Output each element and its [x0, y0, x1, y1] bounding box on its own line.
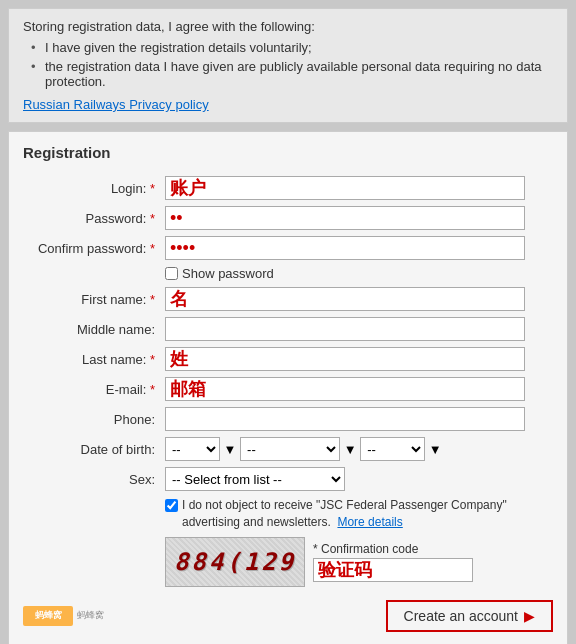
email-row: E-mail: *: [23, 374, 553, 404]
privacy-policy-link[interactable]: Russian Railways Privacy policy: [23, 97, 209, 112]
privacy-intro: Storing registration data, I agree with …: [23, 19, 553, 34]
last-name-row: Last name: *: [23, 344, 553, 374]
middle-name-row: Middle name:: [23, 314, 553, 344]
privacy-section: Storing registration data, I agree with …: [8, 8, 568, 123]
registration-form: Login: * Password: *: [23, 173, 553, 590]
captcha-right: * Confirmation code: [313, 542, 473, 582]
captcha-image: 884(129: [165, 537, 305, 587]
confirm-password-input[interactable]: [165, 236, 525, 260]
dob-year-select[interactable]: --: [360, 437, 425, 461]
login-input[interactable]: [165, 176, 525, 200]
create-account-label: Create an account: [404, 608, 518, 624]
more-details-link[interactable]: More details: [337, 515, 402, 529]
login-row: Login: *: [23, 173, 553, 203]
email-input[interactable]: [165, 377, 525, 401]
first-name-row: First name: *: [23, 284, 553, 314]
show-password-label[interactable]: Show password: [165, 266, 551, 281]
last-name-label: Last name: *: [23, 344, 163, 374]
privacy-item-2: the registration data I have given are p…: [31, 59, 553, 89]
confirm-password-label: Confirm password: *: [23, 233, 163, 263]
dob-month-select[interactable]: --: [240, 437, 340, 461]
dob-label: Date of birth:: [23, 434, 163, 464]
captcha-code: 884(129: [174, 548, 296, 576]
show-password-checkbox[interactable]: [165, 267, 178, 280]
privacy-item-1: I have given the registration details vo…: [31, 40, 553, 55]
create-account-button[interactable]: Create an account ▶: [386, 600, 553, 632]
captcha-row: 884(129 * Confirmation code: [23, 534, 553, 590]
password-row: Password: *: [23, 203, 553, 233]
email-label: E-mail: *: [23, 374, 163, 404]
sex-select[interactable]: -- Select from list --: [165, 467, 345, 491]
confirmation-label: * Confirmation code: [313, 542, 418, 556]
login-label: Login: *: [23, 173, 163, 203]
last-name-input[interactable]: [165, 347, 525, 371]
arrow-icon: ▶: [524, 608, 535, 624]
phone-input[interactable]: [165, 407, 525, 431]
phone-row: Phone:: [23, 404, 553, 434]
sex-label: Sex:: [23, 464, 163, 494]
captcha-input[interactable]: [313, 558, 473, 582]
bottom-bar: 蚂蜂窝 蚂蜂窝 Create an account ▶: [23, 600, 553, 632]
registration-section: Registration Login: * Password: *: [8, 131, 568, 644]
confirm-password-row: Confirm password: *: [23, 233, 553, 263]
first-name-input[interactable]: [165, 287, 525, 311]
sex-row: Sex: -- Select from list --: [23, 464, 553, 494]
dob-day-select[interactable]: --: [165, 437, 220, 461]
watermark-text: 蚂蜂窝: [77, 609, 104, 622]
dob-row: Date of birth: -- ▼ -- ▼ --: [23, 434, 553, 464]
watermark-logo: 蚂蜂窝: [23, 606, 73, 626]
password-input[interactable]: [165, 206, 525, 230]
phone-label: Phone:: [23, 404, 163, 434]
advertising-container: I do not object to receive "JSC Federal …: [165, 497, 551, 531]
first-name-label: First name: *: [23, 284, 163, 314]
advertising-checkbox[interactable]: [165, 499, 178, 512]
middle-name-label: Middle name:: [23, 314, 163, 344]
registration-title: Registration: [23, 144, 553, 161]
captcha-container: 884(129 * Confirmation code: [165, 537, 551, 587]
show-password-row: Show password: [23, 263, 553, 284]
advertising-row: I do not object to receive "JSC Federal …: [23, 494, 553, 534]
middle-name-input[interactable]: [165, 317, 525, 341]
watermark: 蚂蜂窝 蚂蜂窝: [23, 606, 104, 626]
privacy-list: I have given the registration details vo…: [31, 40, 553, 89]
login-input-cell: [163, 173, 553, 203]
password-label: Password: *: [23, 203, 163, 233]
